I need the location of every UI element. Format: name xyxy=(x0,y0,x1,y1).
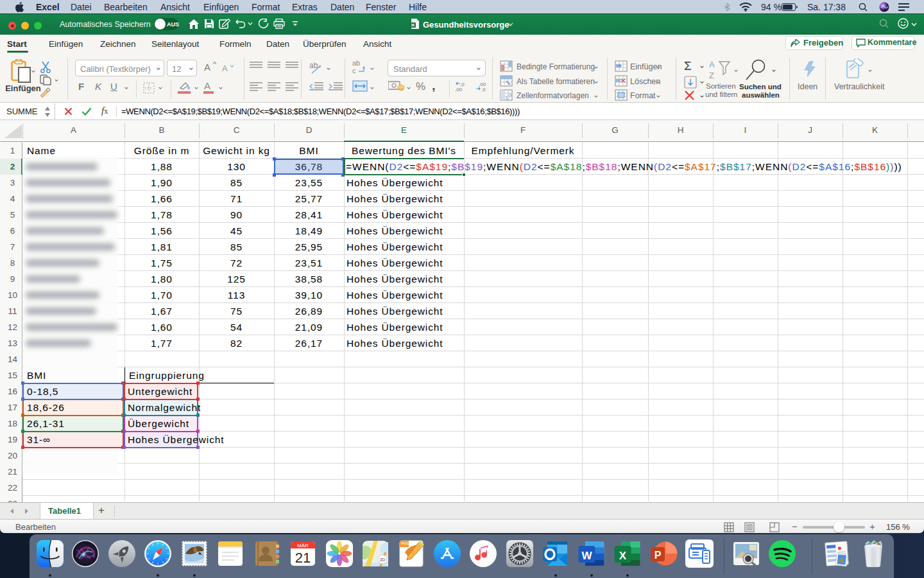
svg-text:Z: Z xyxy=(709,71,714,80)
svg-text:MÄR: MÄR xyxy=(297,543,309,548)
svg-text:P: P xyxy=(654,550,662,561)
svg-text:c: c xyxy=(352,67,356,74)
svg-text:ab: ab xyxy=(352,59,360,67)
svg-text:W: W xyxy=(581,550,592,562)
svg-text:X: X xyxy=(619,550,627,562)
svg-text:,00: ,00 xyxy=(455,87,463,92)
svg-text:A: A xyxy=(709,60,715,69)
svg-text:PAGES: PAGES xyxy=(401,542,411,545)
svg-text:,0: ,0 xyxy=(481,87,486,92)
svg-text:3D: 3D xyxy=(380,557,386,562)
svg-text:21: 21 xyxy=(295,550,311,566)
